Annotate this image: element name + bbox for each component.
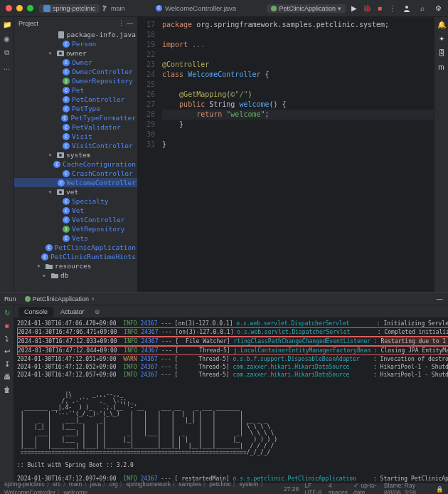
branch-name: main	[111, 5, 125, 12]
run-icon[interactable]: ▶	[350, 4, 358, 13]
settings-icon[interactable]: ⚙	[434, 4, 442, 13]
console-tab[interactable]: Console	[18, 307, 53, 317]
actuator-tab[interactable]: Actuator	[55, 307, 90, 317]
svg-text:C: C	[65, 217, 68, 222]
tree-item-pet[interactable]: CPet	[14, 85, 137, 95]
gutter: 17181922232425262728293031	[138, 20, 159, 292]
database-icon[interactable]: 🗄	[437, 48, 446, 57]
tree-item-vet[interactable]: ▾vet	[14, 187, 137, 196]
panel-title: Project	[18, 20, 38, 27]
svg-point-54	[25, 296, 31, 302]
minimize-window-icon[interactable]	[16, 5, 23, 11]
tree-item-cacheconfiguration[interactable]: CCacheConfiguration	[14, 159, 137, 169]
stop-console-icon[interactable]: ■	[3, 321, 11, 330]
code-area[interactable]: package org.springframework.samples.petc…	[159, 20, 434, 292]
tree-item-vets[interactable]: CVets	[14, 233, 137, 243]
panel-opts-icon[interactable]: ⋮ —	[118, 20, 133, 27]
svg-text:C: C	[65, 41, 68, 46]
notifications-icon[interactable]: 🔔	[437, 20, 446, 28]
commit-toolwindow-icon[interactable]: ◉	[3, 34, 11, 43]
stop-icon[interactable]: ■	[375, 4, 384, 13]
search-icon[interactable]: ⌕	[418, 4, 427, 13]
print-icon[interactable]: 🖶	[3, 372, 11, 381]
project-tree[interactable]: package-info.javaCPerson▾ownerCOwnerCOwn…	[14, 30, 137, 280]
tree-item-owner[interactable]: COwner	[14, 58, 137, 67]
soft-wrap-icon[interactable]: ↩	[3, 347, 11, 355]
tree-item-db[interactable]: ▸db	[14, 270, 137, 280]
svg-text:C: C	[48, 245, 50, 250]
exit-icon[interactable]: ⤵	[3, 334, 11, 342]
tree-item-vet[interactable]: CVet	[14, 206, 137, 215]
tree-item-welcomecontroller[interactable]: CWelcomeController	[14, 178, 137, 187]
tree-item-petvalidator[interactable]: CPetValidator	[14, 122, 137, 132]
tree-item-petclinicruntimehints[interactable]: CPetClinicRuntimeHints	[14, 252, 137, 261]
tree-item-petcontroller[interactable]: CPetController	[14, 95, 137, 104]
tree-item-owner[interactable]: ▾owner	[14, 48, 137, 58]
status-bar: spring-petclinic 〉src 〉main 〉java 〉org 〉…	[0, 483, 448, 494]
run-toolwindow: Run PetClinicApplication × — ↻ ■ ⤵ ↩ ↧ 🖶…	[0, 292, 448, 483]
svg-text:C: C	[43, 254, 46, 259]
blame-info[interactable]: Blame: Ray 8/8/06, 3:59	[384, 482, 430, 495]
tree-item-crashcontroller[interactable]: CCrashController	[14, 169, 137, 178]
current-file[interactable]: C WelcomeController.java	[156, 4, 236, 12]
tree-item-ownercontroller[interactable]: COwnerController	[14, 67, 137, 76]
svg-text:C: C	[65, 134, 68, 139]
svg-text:C: C	[55, 162, 58, 167]
window-controls	[6, 5, 33, 11]
tree-item-vetcontroller[interactable]: CVetController	[14, 215, 137, 224]
project-chip[interactable]: spring-petclinic	[39, 4, 100, 13]
git-status[interactable]: ✓ up-to-date	[353, 482, 378, 495]
breadcrumb[interactable]: spring-petclinic 〉src 〉main 〉java 〉org 〉…	[4, 480, 278, 495]
run-config-tab[interactable]: PetClinicApplication ×	[21, 295, 100, 303]
caret-pos[interactable]: 27:26	[284, 485, 299, 493]
project-toolwindow-icon[interactable]: 📁	[3, 20, 11, 28]
tree-item-visit[interactable]: CVisit	[14, 132, 137, 141]
rerun-icon[interactable]: ↻	[3, 308, 11, 317]
tree-item-package-info.java[interactable]: package-info.java	[14, 30, 137, 39]
tree-item-ownerrepository[interactable]: IOwnerRepository	[14, 76, 137, 85]
debug-icon[interactable]: 🐞	[363, 4, 371, 13]
maven-icon[interactable]: m	[437, 63, 446, 71]
more-icon[interactable]: ⋮	[388, 4, 397, 13]
svg-rect-5	[58, 31, 64, 38]
lock-icon[interactable]: 🔒	[436, 485, 444, 493]
scroll-end-icon[interactable]: ↧	[3, 359, 11, 368]
maximize-window-icon[interactable]	[27, 5, 33, 11]
tree-item-system[interactable]: ▾system	[14, 150, 137, 159]
svg-text:C: C	[65, 208, 68, 213]
console-toolbar: ↻ ■ ⤵ ↩ ↧ 🖶 🗑	[0, 305, 14, 483]
tree-item-pettypeformatter[interactable]: CPetTypeFormatter	[14, 113, 137, 122]
editor[interactable]: 17181922232425262728293031 package org.s…	[138, 17, 434, 292]
svg-text:C: C	[63, 115, 66, 120]
tree-item-specialty[interactable]: CSpecialty	[14, 196, 137, 206]
svg-text:C: C	[65, 69, 68, 74]
svg-text:C: C	[65, 88, 68, 93]
svg-text:I: I	[65, 226, 68, 231]
tree-item-petclinicapplication[interactable]: CPetClinicApplication	[14, 243, 137, 252]
line-sep[interactable]: LF UTF-8	[304, 482, 323, 495]
vcs-branch[interactable]: main	[102, 5, 125, 12]
ai-icon[interactable]: ✦	[437, 34, 446, 43]
close-tab-icon[interactable]: ×	[91, 295, 95, 303]
tree-item-person[interactable]: CPerson	[14, 39, 137, 48]
tree-item-vetrepository[interactable]: IVetRepository	[14, 224, 137, 233]
console-output[interactable]: 2024-01-30T16:47:06.470+09:00 INFO 24367…	[14, 318, 448, 483]
close-window-icon[interactable]	[6, 5, 12, 11]
tree-item-visitcontroller[interactable]: CVisitController	[14, 141, 137, 150]
minimize-toolwindow-icon[interactable]: —	[435, 295, 444, 303]
svg-point-39	[59, 191, 62, 194]
run-title: Run	[4, 295, 16, 303]
project-name: spring-petclinic	[53, 5, 95, 12]
tree-item-pettype[interactable]: CPetType	[14, 104, 137, 113]
run-config-select[interactable]: PetClinicApplication ▾	[267, 4, 346, 13]
left-tool-strip: 📁 ◉ ⧉ …	[0, 17, 14, 292]
more-toolwindow-icon[interactable]: …	[3, 63, 11, 71]
svg-text:C: C	[65, 143, 68, 148]
code-with-me-icon[interactable]	[402, 4, 411, 13]
endpoints-icon[interactable]: ⊕	[95, 308, 100, 315]
indent[interactable]: 4 spaces	[329, 482, 348, 495]
tree-item-resources[interactable]: ▾resources	[14, 261, 137, 270]
svg-text:C: C	[65, 125, 68, 130]
structure-toolwindow-icon[interactable]: ⧉	[3, 48, 11, 57]
clear-icon[interactable]: 🗑	[3, 385, 11, 394]
